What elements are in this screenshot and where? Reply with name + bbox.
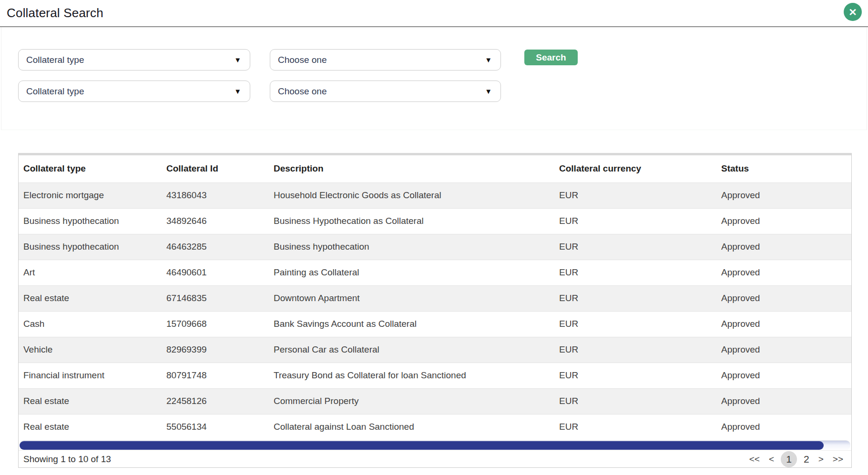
table-cell: EUR — [554, 285, 716, 311]
filter-row-1: Collateral type ▼ Choose one ▼ Search — [18, 49, 867, 71]
table-cell: Business hypothecation — [19, 234, 162, 260]
table-cell: Real estate — [19, 388, 162, 414]
filter-row-2: Collateral type ▼ Choose one ▼ — [18, 81, 867, 102]
table-cell: Electronic mortgage — [19, 182, 162, 208]
table-cell: Approved — [716, 182, 851, 208]
table-cell: 34892646 — [162, 208, 269, 234]
search-button[interactable]: Search — [524, 50, 578, 65]
chevron-down-icon: ▼ — [485, 56, 492, 64]
choose-one-select-2-value: Choose one — [278, 86, 327, 97]
table-cell: Approved — [716, 208, 851, 234]
choose-one-select-1[interactable]: Choose one ▼ — [270, 49, 501, 71]
collateral-type-select-2-value: Collateral type — [26, 86, 84, 97]
table-cell: Approved — [716, 285, 851, 311]
table-cell: EUR — [554, 414, 716, 440]
table-row[interactable]: Financial instrument 80791748 Treasury B… — [19, 363, 851, 388]
table-cell: Commercial Property — [269, 388, 554, 414]
table-cell: Household Electronic Goods as Collateral — [269, 182, 554, 208]
horizontal-scrollbar-thumb[interactable] — [20, 441, 824, 450]
table-cell: EUR — [554, 260, 716, 285]
chevron-down-icon: ▼ — [485, 87, 492, 95]
table-cell: 67146835 — [162, 285, 269, 311]
modal-header: Collateral Search ✕ — [0, 0, 868, 27]
table-cell: Business Hypothecation as Collateral — [269, 208, 554, 234]
table-cell: EUR — [554, 234, 716, 260]
table-row[interactable]: Real estate 22458126 Commercial Property… — [19, 388, 851, 414]
column-header-description: Description — [269, 155, 554, 182]
table-cell: 22458126 — [162, 388, 269, 414]
table-row[interactable]: Electronic mortgage 43186043 Household E… — [19, 182, 851, 208]
choose-one-select-1-value: Choose one — [278, 55, 327, 65]
table-cell: EUR — [554, 363, 716, 388]
table-cell: Real estate — [19, 285, 162, 311]
table-cell: 80791748 — [162, 363, 269, 388]
filter-panel: Collateral type ▼ Choose one ▼ Search Co… — [1, 27, 867, 130]
results-count-text: Showing 1 to 10 of 13 — [23, 454, 111, 465]
table-cell: Collateral against Loan Sanctioned — [269, 414, 554, 440]
table-cell: EUR — [554, 337, 716, 363]
table-cell: 46490601 — [162, 260, 269, 285]
table-cell: 46463285 — [162, 234, 269, 260]
table-cell: Approved — [716, 388, 851, 414]
table-cell: 43186043 — [162, 182, 269, 208]
table-cell: 55056134 — [162, 414, 269, 440]
table-row[interactable]: Business hypothecation 34892646 Business… — [19, 208, 851, 234]
results-table: Collateral type Collateral Id Descriptio… — [19, 155, 851, 440]
table-cell: Art — [19, 260, 162, 285]
pagination: << < 1 2 > >> — [747, 451, 846, 467]
table-header-row: Collateral type Collateral Id Descriptio… — [19, 155, 851, 182]
column-header-collateral-id: Collateral Id — [162, 155, 269, 182]
pagination-next-button[interactable]: > — [816, 454, 826, 465]
table-cell: 82969399 — [162, 337, 269, 363]
table-row[interactable]: Art 46490601 Painting as Collateral EUR … — [19, 260, 851, 285]
table-cell: Real estate — [19, 414, 162, 440]
chevron-down-icon: ▼ — [234, 87, 241, 95]
table-cell: Personal Car as Collateral — [269, 337, 554, 363]
column-header-status: Status — [716, 155, 851, 182]
close-icon: ✕ — [848, 7, 857, 17]
table-cell: Approved — [716, 234, 851, 260]
pagination-first-button[interactable]: << — [747, 454, 762, 465]
table-row[interactable]: Real estate 67146835 Downtown Apartment … — [19, 285, 851, 311]
page-title: Collateral Search — [0, 6, 103, 20]
table-cell: Business hypothecation — [269, 234, 554, 260]
close-button[interactable]: ✕ — [844, 3, 862, 21]
table-cell: Approved — [716, 311, 851, 337]
table-cell: Painting as Collateral — [269, 260, 554, 285]
table-cell: Vehicle — [19, 337, 162, 363]
column-header-collateral-type: Collateral type — [19, 155, 162, 182]
pagination-page-1-button[interactable]: 1 — [781, 451, 797, 467]
table-cell: Approved — [716, 414, 851, 440]
pagination-last-button[interactable]: >> — [830, 454, 846, 465]
pagination-page-2-button[interactable]: 2 — [801, 454, 812, 465]
collateral-type-select-2[interactable]: Collateral type ▼ — [18, 81, 250, 102]
table-row[interactable]: Vehicle 82969399 Personal Car as Collate… — [19, 337, 851, 363]
pagination-prev-button[interactable]: < — [766, 454, 776, 465]
table-cell: Business hypothecation — [19, 208, 162, 234]
table-cell: EUR — [554, 182, 716, 208]
collateral-type-select-1-value: Collateral type — [26, 55, 84, 65]
table-cell: EUR — [554, 311, 716, 337]
chevron-down-icon: ▼ — [234, 56, 241, 64]
table-cell: Cash — [19, 311, 162, 337]
table-cell: Approved — [716, 363, 851, 388]
table-row[interactable]: Real estate 55056134 Collateral against … — [19, 414, 851, 440]
table-cell: Financial instrument — [19, 363, 162, 388]
table-row[interactable]: Cash 15709668 Bank Savings Account as Co… — [19, 311, 851, 337]
table-cell: 15709668 — [162, 311, 269, 337]
table-cell: Approved — [716, 337, 851, 363]
table-cell: EUR — [554, 388, 716, 414]
table-cell: Approved — [716, 260, 851, 285]
results-table-container: Collateral type Collateral Id Descriptio… — [18, 153, 852, 468]
table-cell: Downtown Apartment — [269, 285, 554, 311]
table-footer: Showing 1 to 10 of 13 << < 1 2 > >> — [19, 450, 851, 467]
horizontal-scrollbar-track[interactable] — [20, 440, 850, 450]
table-cell: Bank Savings Account as Collateral — [269, 311, 554, 337]
column-header-collateral-currency: Collateral currency — [554, 155, 716, 182]
table-cell: Treasury Bond as Collateral for loan San… — [269, 363, 554, 388]
table-cell: EUR — [554, 208, 716, 234]
table-row[interactable]: Business hypothecation 46463285 Business… — [19, 234, 851, 260]
choose-one-select-2[interactable]: Choose one ▼ — [270, 81, 501, 102]
collateral-type-select-1[interactable]: Collateral type ▼ — [18, 49, 250, 71]
